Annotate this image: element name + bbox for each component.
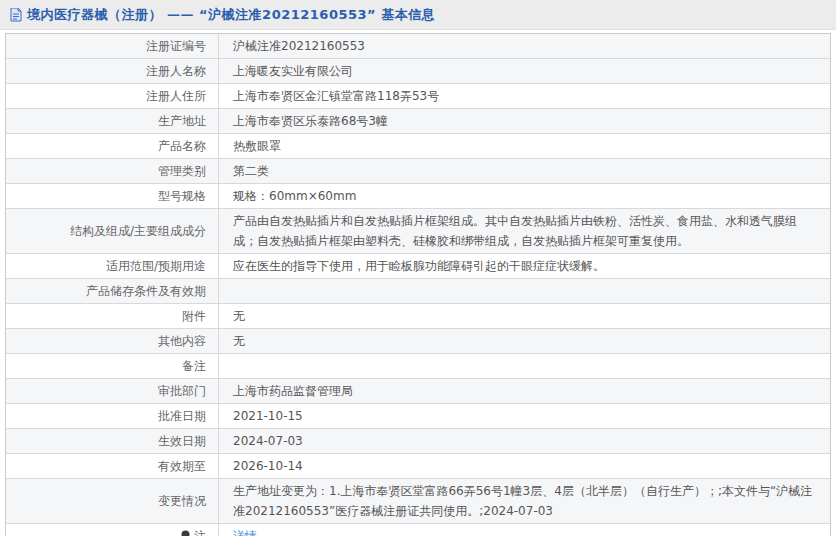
table-row: 产品名称热敷眼罩 (6, 134, 830, 159)
row-value-text: 2021-10-15 (233, 406, 303, 426)
table-row: 生效日期2024-07-03 (6, 429, 830, 454)
row-label-text: 生效日期 (158, 433, 206, 450)
row-value-text: 第二类 (233, 161, 269, 181)
table-row: 其他内容无 (6, 329, 830, 354)
row-value: 应在医生的指导下使用，用于睑板腺功能障碍引起的干眼症症状缓解。 (219, 254, 830, 278)
row-label: 有效期至 (6, 454, 219, 478)
row-label-text: 附件 (182, 308, 206, 325)
row-label: 型号规格 (6, 184, 219, 208)
row-value-text: 上海市药品监督管理局 (233, 381, 353, 401)
row-label: 注册人住所 (6, 84, 219, 108)
document-icon (10, 8, 22, 22)
row-label: 附件 (6, 304, 219, 328)
row-value: 2021-10-15 (219, 404, 830, 428)
row-label-text: 注册人住所 (146, 88, 206, 105)
table-row: 结构及组成/主要组成成分产品由自发热贴插片和自发热贴插片框架组成。其中自发热贴插… (6, 209, 830, 254)
row-label: 生效日期 (6, 429, 219, 453)
table-row: 适用范围/预期用途应在医生的指导下使用，用于睑板腺功能障碍引起的干眼症症状缓解。 (6, 254, 830, 279)
row-label-text: 审批部门 (158, 383, 206, 400)
row-label-text: 适用范围/预期用途 (106, 258, 206, 275)
row-value: 2024-07-03 (219, 429, 830, 453)
row-value-text: 2024-07-03 (233, 431, 303, 451)
table-row: 注册人名称上海暖友实业有限公司 (6, 59, 830, 84)
row-value-text: 2026-10-14 (233, 456, 303, 476)
page-title: 境内医疗器械（注册） —— “沪械注准20212160553” 基本信息 (27, 6, 435, 24)
table-row: 生产地址上海市奉贤区乐泰路68号3幢 (6, 109, 830, 134)
row-label: 备注 (6, 354, 219, 378)
row-value-text: 产品由自发热贴插片和自发热贴插片框架组成。其中自发热贴插片由铁粉、活性炭、食用盐… (233, 211, 820, 251)
row-value: 第二类 (219, 159, 830, 183)
row-label-text: 结构及组成/主要组成成分 (70, 223, 206, 240)
row-value: 上海市奉贤区乐泰路68号3幢 (219, 109, 830, 133)
table-row: 注册人住所上海市奉贤区金汇镇堂富路118弄53号 (6, 84, 830, 109)
row-value: 无 (219, 329, 830, 353)
row-label-text: 产品名称 (158, 138, 206, 155)
row-value (219, 279, 830, 303)
row-value-text: 沪械注准20212160553 (233, 36, 365, 56)
row-label: 注 (6, 524, 219, 536)
row-value: 沪械注准20212160553 (219, 34, 830, 58)
row-value-text: 规格：60mm×60mm (233, 186, 356, 206)
table-row: 附件无 (6, 304, 830, 329)
page-header: 境内医疗器械（注册） —— “沪械注准20212160553” 基本信息 (0, 0, 836, 30)
bulb-icon (180, 530, 191, 536)
row-value: 上海市药品监督管理局 (219, 379, 830, 403)
row-value: 生产地址变更为：1.上海市奉贤区堂富路66弄56号1幢3层、4层（北半层）（自行… (219, 479, 830, 523)
row-label-text: 有效期至 (158, 458, 206, 475)
row-value-text: 热敷眼罩 (233, 136, 281, 156)
table-row: 型号规格规格：60mm×60mm (6, 184, 830, 209)
row-value-text: 生产地址变更为：1.上海市奉贤区堂富路66弄56号1幢3层、4层（北半层）（自行… (233, 481, 820, 521)
table-row: 管理类别第二类 (6, 159, 830, 184)
row-label-text: 注 (194, 528, 206, 536)
row-label: 变更情况 (6, 479, 219, 523)
row-label-text: 其他内容 (158, 333, 206, 350)
row-label-text: 备注 (182, 358, 206, 375)
row-value: 规格：60mm×60mm (219, 184, 830, 208)
row-value-text: 无 (233, 306, 245, 326)
row-label: 审批部门 (6, 379, 219, 403)
row-label-text: 注册证编号 (146, 38, 206, 55)
row-value (219, 354, 830, 378)
table-row: 注册证编号沪械注准20212160553 (6, 34, 830, 59)
table-row: 备注 (6, 354, 830, 379)
row-label-text: 批准日期 (158, 408, 206, 425)
row-value: 详情 (219, 524, 830, 536)
row-label: 注册人名称 (6, 59, 219, 83)
row-value-text: 上海市奉贤区金汇镇堂富路118弄53号 (233, 86, 439, 106)
row-value: 无 (219, 304, 830, 328)
row-label: 适用范围/预期用途 (6, 254, 219, 278)
row-label: 批准日期 (6, 404, 219, 428)
row-value: 上海暖友实业有限公司 (219, 59, 830, 83)
row-label-text: 变更情况 (158, 493, 206, 510)
row-value: 产品由自发热贴插片和自发热贴插片框架组成。其中自发热贴插片由铁粉、活性炭、食用盐… (219, 209, 830, 253)
row-label: 管理类别 (6, 159, 219, 183)
row-label: 结构及组成/主要组成成分 (6, 209, 219, 253)
row-label: 注册证编号 (6, 34, 219, 58)
row-value: 上海市奉贤区金汇镇堂富路118弄53号 (219, 84, 830, 108)
table-row: 产品储存条件及有效期 (6, 279, 830, 304)
table-row: 变更情况生产地址变更为：1.上海市奉贤区堂富路66弄56号1幢3层、4层（北半层… (6, 479, 830, 524)
row-value-text: 上海暖友实业有限公司 (233, 61, 353, 81)
row-label-text: 管理类别 (158, 163, 206, 180)
row-label: 产品名称 (6, 134, 219, 158)
row-label-text: 产品储存条件及有效期 (86, 283, 206, 300)
table-row: 有效期至2026-10-14 (6, 454, 830, 479)
row-label-text: 注册人名称 (146, 63, 206, 80)
row-label-text: 型号规格 (158, 188, 206, 205)
row-label: 其他内容 (6, 329, 219, 353)
table-row: 审批部门上海市药品监督管理局 (6, 379, 830, 404)
row-label-text: 生产地址 (158, 113, 206, 130)
row-value-text: 无 (233, 331, 245, 351)
row-value-text: 应在医生的指导下使用，用于睑板腺功能障碍引起的干眼症症状缓解。 (233, 256, 605, 276)
table-row: 注详情 (6, 524, 830, 536)
row-value-text: 上海市奉贤区乐泰路68号3幢 (233, 111, 388, 131)
info-table: 注册证编号沪械注准20212160553注册人名称上海暖友实业有限公司注册人住所… (5, 33, 831, 536)
row-value: 2026-10-14 (219, 454, 830, 478)
table-row: 批准日期2021-10-15 (6, 404, 830, 429)
detail-link[interactable]: 详情 (233, 526, 257, 536)
row-value: 热敷眼罩 (219, 134, 830, 158)
row-label: 产品储存条件及有效期 (6, 279, 219, 303)
row-label: 生产地址 (6, 109, 219, 133)
